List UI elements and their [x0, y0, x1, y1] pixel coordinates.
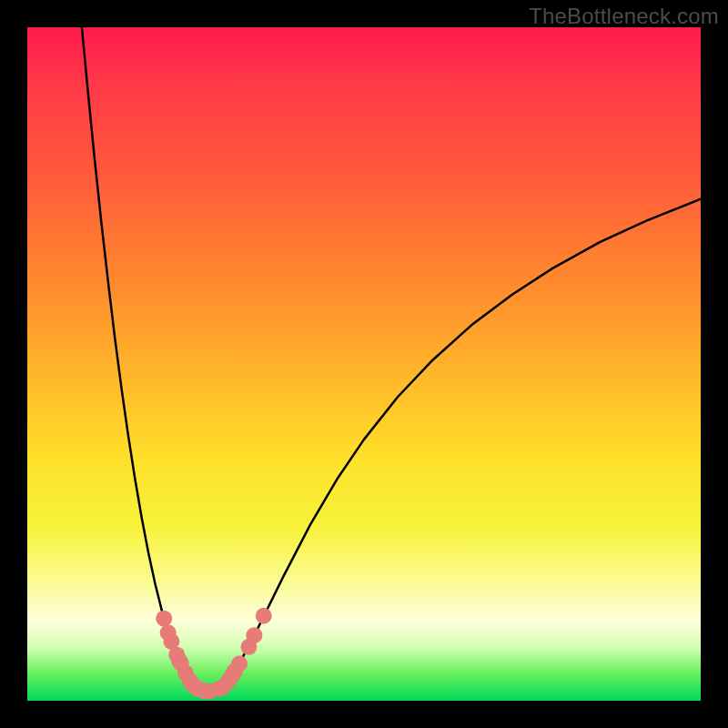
data-point	[231, 655, 248, 672]
curve-right-branch	[225, 199, 701, 686]
watermark-text: TheBottleneck.com	[529, 4, 719, 29]
outer-black-frame: TheBottleneck.com	[0, 0, 728, 728]
data-point	[156, 611, 172, 627]
curve-markers	[156, 608, 272, 700]
curve-lines	[82, 27, 701, 692]
gradient-plot-area	[27, 27, 701, 701]
data-point	[256, 608, 272, 624]
curve-left-branch	[82, 27, 194, 686]
data-point	[246, 627, 262, 643]
chart-svg	[27, 27, 701, 701]
